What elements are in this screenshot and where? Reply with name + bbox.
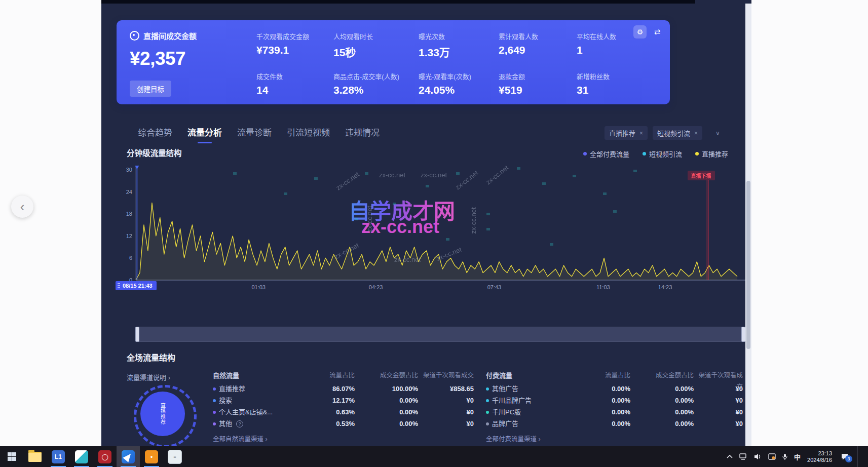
legend-item[interactable]: 直播推荐 [695,149,728,159]
metric-label: 商品点击-成交率(人数) [333,71,419,81]
svg-text:18: 18 [126,211,132,217]
channel-label: 品牌广告 [492,418,518,430]
taskbar-app-notepad-icon[interactable]: ≡ [163,446,186,467]
tray-clock[interactable]: 23:13 2024/8/16 [807,450,832,463]
filter-tag[interactable]: 直播推荐× [605,126,648,140]
traffic-cell-value: 0.63% [301,406,355,418]
tab-综合趋势[interactable]: 综合趋势 [138,126,172,143]
tab-流量分析[interactable]: 流量分析 [187,126,222,143]
legend-dot [643,152,646,155]
video-artifact [603,192,607,195]
settings-gear-icon[interactable]: ⚙ [633,25,647,38]
channel-label: 其他广告 [492,383,518,395]
chart-start-time-label: 08/15 21:43 [116,281,157,290]
all-channels-link[interactable]: 全部自然流量渠道 [213,434,474,445]
legend-label: 直播推荐 [702,149,728,159]
channel-dot [486,411,489,414]
taskbar-app-blue-icon[interactable]: L1 [47,446,70,467]
action-center-icon[interactable]: 3 [841,453,849,460]
tray-network-icon[interactable] [739,453,747,460]
traffic-row-name: 品牌广告 [486,418,580,430]
tray-speaker-icon[interactable] [754,453,762,460]
tab-违规情况[interactable]: 违规情况 [345,126,380,143]
traffic-donut-chart[interactable]: 直播推荐 [140,392,185,436]
metrics-grid: 千次观看成交金额¥739.1人均观看时长15秒曝光次数1.33万累计观看人数2,… [256,31,638,96]
tab-引流短视频[interactable]: 引流短视频 [287,126,330,143]
table-name-header: 付费流量 [486,370,580,383]
page-scrollbar[interactable] [745,4,751,446]
svg-text:24: 24 [126,189,132,195]
channel-dot [213,387,216,391]
tab-流量诊断[interactable]: 流量诊断 [237,126,272,143]
traffic-cell-value: 0.00% [630,418,694,430]
video-artifact [355,218,358,220]
create-goal-button[interactable]: 创建目标 [130,81,171,97]
traffic-cell-value: 0.00% [580,395,630,406]
minute-flow-chart[interactable]: 061218243001:0304:2307:4311:0314:23 自学成才… [122,165,750,294]
table-column-header: 流量占比 [301,370,355,383]
channel-label: 千川品牌广告 [492,395,532,406]
video-artifact [456,172,460,175]
taskbar-app-teal-icon[interactable] [70,446,93,467]
svg-text:07:43: 07:43 [487,284,502,290]
tag-close-icon[interactable]: × [694,130,698,137]
channel-label: 直播推荐 [219,383,245,395]
metric-value: 14 [256,84,333,96]
tray-snip-tool-icon[interactable] [768,453,776,460]
metric-value: ¥519 [499,84,577,96]
channel-dot [486,422,489,425]
swap-metrics-icon[interactable]: ⇄ [651,25,664,38]
traffic-cell-value: 86.07% [301,383,355,395]
range-slider-left-handle[interactable] [135,327,139,342]
tray-chevron-up-icon[interactable] [727,455,733,459]
window-top-strip [101,0,695,4]
svg-text:11:03: 11:03 [596,284,610,290]
table-column-header: 渠道千次观看成交 [694,370,743,383]
tray-time: 23:13 [807,450,832,457]
channel-explain-link[interactable]: 流量渠道说明 [127,372,170,382]
metric-label: 曝光-观看率(次数) [419,71,499,81]
metric-cell: 新增粉丝数31 [577,71,638,96]
file-explorer-icon[interactable] [23,446,47,467]
video-artifact [426,185,429,187]
channel-label: 其他 [219,418,232,430]
video-artifact [233,172,237,175]
video-artifact [613,210,617,213]
channel-dot [486,387,489,391]
channel-dot [213,422,216,425]
metric-value: 3.28% [333,84,419,96]
video-artifact [517,167,520,170]
video-artifact [550,243,553,246]
tag-close-icon[interactable]: × [639,130,643,137]
svg-text:30: 30 [126,167,132,173]
info-icon[interactable] [236,420,243,427]
show-desktop-button[interactable] [857,446,861,467]
all-channels-link[interactable]: 全部付费流量渠道 [486,434,743,445]
tray-microphone-icon[interactable] [782,453,787,460]
table-column-header: 成交金额占比 [355,370,418,383]
metric-cell: 人均观看时长15秒 [333,31,419,59]
filter-dropdown-caret-icon[interactable]: ∨ [715,130,720,137]
windows-taskbar: L1 ◯ • ≡ 中 23:13 2024/8/16 3 [0,446,868,467]
legend-item[interactable]: 全部付费流量 [583,149,629,159]
chart-range-slider[interactable] [136,327,745,342]
video-artifact [573,175,576,177]
range-slider-right-handle[interactable] [741,327,745,342]
taskbar-app-orange-icon[interactable]: • [140,446,163,467]
channel-label: 千川PC版 [492,406,521,418]
filter-tag[interactable]: 短视频引流× [653,126,702,140]
back-arrow-button[interactable]: ‹ [11,196,33,218]
traffic-cell-value: 0.53% [301,418,355,430]
legend-item[interactable]: 短视频引流 [643,149,682,159]
traffic-cell-value: 0.00% [630,383,694,395]
video-artifact [542,182,546,185]
main-metric-value: ¥2,357 [130,48,197,69]
taskbar-app-red-icon[interactable]: ◯ [93,446,117,467]
metric-cell: 商品点击-成交率(人数)3.28% [333,71,419,96]
start-button[interactable] [0,446,23,467]
traffic-cell-value: ¥0 [418,406,474,418]
tray-ime-indicator[interactable]: 中 [794,452,801,461]
traffic-cell-value: ¥0 [418,418,474,430]
taskbar-app-pointer-icon-active[interactable] [117,446,140,467]
channel-filter-tags: 直播推荐×短视频引流×∨ [605,126,720,140]
